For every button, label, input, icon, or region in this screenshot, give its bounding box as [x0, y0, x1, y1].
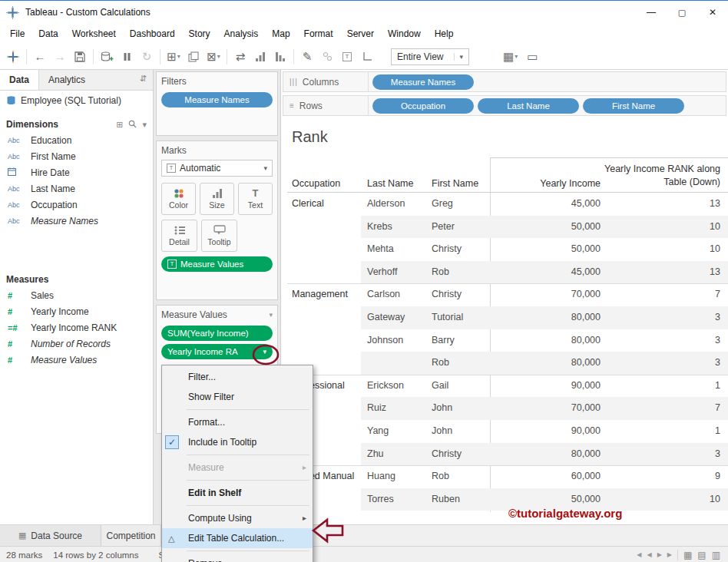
detail-button[interactable]: Detail: [161, 220, 197, 252]
table-row: Management Carlson Christy 70,000 7: [281, 283, 728, 306]
datasource-item[interactable]: Employee (SQL Tutorial): [0, 91, 153, 111]
tab-data-source[interactable]: ▦ Data Source: [0, 525, 101, 546]
field-item[interactable]: # Yearly Income: [0, 303, 153, 319]
field-item[interactable]: Hire Date: [0, 164, 153, 180]
menu-item-dashboard[interactable]: Dashboard: [123, 25, 182, 42]
group-members-button[interactable]: [320, 48, 334, 65]
menu-item-filter[interactable]: Filter...: [162, 367, 313, 387]
first-story-point-icon[interactable]: ◀: [637, 551, 641, 558]
table-row: Gateway Tutorial 80,000 3: [281, 306, 728, 329]
show-sheets-grid-icon[interactable]: ▦: [683, 550, 692, 560]
menu-item-compute-using[interactable]: Compute Using ▸: [162, 508, 313, 528]
fix-axes-button[interactable]: [360, 48, 374, 65]
rows-pill-occupation[interactable]: Occupation: [372, 98, 474, 114]
field-item[interactable]: Abc Measure Names: [0, 213, 153, 229]
column-header[interactable]: Occupation: [292, 178, 340, 189]
menu-item-edit-in-shelf[interactable]: Edit in Shelf: [162, 483, 313, 503]
columns-pill-measure-names[interactable]: Measure Names: [372, 74, 474, 90]
column-header[interactable]: Yearly Income RANK along Table (Down): [597, 163, 720, 189]
text-button[interactable]: T Text: [238, 183, 273, 215]
clear-sheet-button[interactable]: ⊠▾: [207, 48, 220, 65]
menu-item-worksheet[interactable]: Worksheet: [65, 25, 123, 42]
run-update-button[interactable]: ↻: [140, 48, 154, 65]
show-tabs-icon[interactable]: ▥: [712, 550, 720, 560]
pill-caret-icon[interactable]: ▾: [263, 344, 266, 359]
menu-item-show-filter[interactable]: Show Filter: [162, 387, 313, 407]
presentation-mode-button[interactable]: ▭: [525, 48, 539, 65]
marks-pill-measure-values[interactable]: T Measure Values: [161, 256, 273, 272]
field-item[interactable]: Abc Occupation: [0, 197, 153, 213]
menu-item-measure[interactable]: Measure ▸: [162, 458, 313, 478]
column-header[interactable]: First Name: [432, 178, 478, 189]
menu-item-include-in-tooltip[interactable]: ✓ Include in Tooltip: [162, 432, 313, 452]
caret-down-icon[interactable]: ▾: [142, 120, 147, 130]
tab-data[interactable]: Data: [0, 70, 39, 90]
duplicate-sheet-button[interactable]: [187, 48, 200, 65]
maximize-button[interactable]: ▢: [667, 1, 697, 24]
rows-pill-first-name[interactable]: First Name: [583, 98, 684, 114]
field-item[interactable]: # Measure Values: [0, 352, 153, 368]
menu-item-story[interactable]: Story: [182, 25, 217, 42]
menu-item-file[interactable]: File: [3, 25, 31, 42]
pane-pin-icon[interactable]: ⇵: [134, 70, 153, 90]
mark-type-dropdown[interactable]: T Automatic ▾: [161, 160, 273, 177]
menu-item-edit-table-calculation[interactable]: △ Edit Table Calculation...: [162, 528, 313, 548]
pause-updates-button[interactable]: [120, 48, 134, 65]
menu-item-map[interactable]: Map: [265, 25, 296, 42]
menu-item-server[interactable]: Server: [340, 25, 381, 42]
swap-rows-columns-button[interactable]: ⇄: [233, 48, 247, 65]
save-button[interactable]: [73, 48, 87, 65]
undo-button[interactable]: ←: [33, 48, 47, 65]
new-datasource-button[interactable]: [100, 48, 114, 65]
field-item[interactable]: Abc Last Name: [0, 180, 153, 197]
highlight-button[interactable]: ✎: [300, 48, 314, 65]
field-item[interactable]: # Sales: [0, 287, 153, 303]
show-filmstrip-icon[interactable]: ▤: [697, 550, 706, 560]
tab-analytics[interactable]: Analytics: [39, 70, 94, 90]
toolbar-right-group: ▦▾ ▭: [503, 48, 539, 65]
menu-item-window[interactable]: Window: [381, 25, 428, 42]
field-item[interactable]: =# Yearly Income RANK: [0, 319, 153, 336]
color-button[interactable]: Color: [161, 183, 196, 215]
close-button[interactable]: ✕: [697, 1, 728, 24]
menu-item-help[interactable]: Help: [428, 25, 461, 42]
toolbar-logo-button[interactable]: [6, 48, 20, 65]
field-item[interactable]: Abc First Name: [0, 148, 153, 164]
column-header[interactable]: Yearly Income: [496, 178, 601, 189]
sort-ascending-button[interactable]: [253, 48, 267, 65]
menu-item-data[interactable]: Data: [31, 25, 65, 42]
search-icon[interactable]: [128, 120, 137, 130]
new-worksheet-button[interactable]: ⊞▾: [167, 48, 180, 65]
view-as-grid-icon[interactable]: ⊞: [116, 120, 123, 130]
table-cell: 60,000: [496, 465, 601, 488]
menu-item-label: Compute Using: [188, 513, 252, 524]
menu-item-format[interactable]: Format...: [162, 412, 313, 432]
sort-descending-button[interactable]: [273, 48, 287, 65]
column-header[interactable]: Last Name: [367, 178, 413, 189]
field-item[interactable]: Abc Education: [0, 132, 153, 148]
pill-sum-yearly-income[interactable]: SUM(Yearly Income): [161, 326, 273, 341]
fit-selector[interactable]: Entire View ▾: [391, 48, 469, 65]
size-button[interactable]: Size: [200, 183, 234, 215]
rows-pill-last-name[interactable]: Last Name: [478, 98, 579, 114]
redo-button[interactable]: →: [53, 48, 67, 65]
show-mark-labels-button[interactable]: T: [340, 48, 354, 65]
menu-item-remove[interactable]: Remove: [162, 554, 313, 562]
previous-story-point-icon[interactable]: ◀: [647, 551, 652, 558]
table-row: Johnson Barry 80,000 3: [281, 329, 728, 352]
table-cell: Barry: [432, 329, 488, 352]
last-story-point-icon[interactable]: ▶: [667, 551, 672, 558]
show-me-button[interactable]: ▦▾: [503, 48, 518, 65]
filter-pill-measure-names[interactable]: Measure Names: [161, 92, 273, 107]
minimize-button[interactable]: —: [636, 1, 667, 24]
menu-item-format[interactable]: Format: [297, 25, 340, 42]
field-item[interactable]: # Number of Records: [0, 336, 153, 352]
tooltip-button[interactable]: Tooltip: [201, 220, 237, 252]
next-story-point-icon[interactable]: ▶: [657, 551, 662, 558]
tableau-logo-icon: [6, 6, 19, 19]
pill-yearly-income-rank[interactable]: Yearly Income RA ▾: [161, 344, 273, 359]
tab-competition[interactable]: Competition: [101, 525, 161, 546]
table-cell: Rob: [432, 352, 488, 375]
number-type-icon: #: [8, 355, 26, 365]
menu-item-analysis[interactable]: Analysis: [217, 25, 266, 42]
